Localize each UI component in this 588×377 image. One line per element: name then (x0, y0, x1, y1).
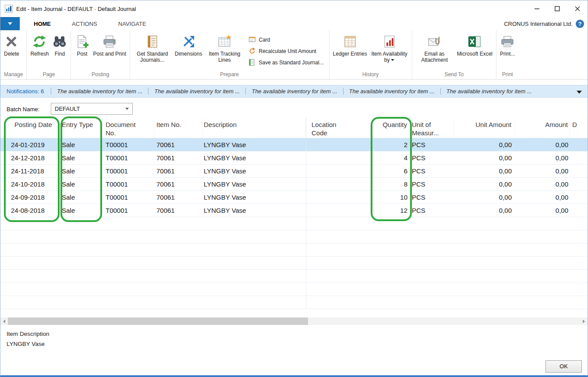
card-button[interactable]: Card (248, 36, 323, 43)
cell-unit-amount[interactable]: 0,00 (454, 138, 515, 151)
cell-unit-of-measure[interactable]: PCS (410, 204, 454, 217)
delete-button[interactable]: Delete (2, 33, 21, 58)
cell-posting-date[interactable]: 24-10-2018 (0, 178, 59, 190)
cell-document-no[interactable]: T00001 (102, 152, 155, 164)
cell-description[interactable]: LYNGBY Vase (203, 152, 306, 164)
cell-quantity[interactable]: 4 (371, 152, 410, 164)
cell-location-code[interactable] (306, 138, 371, 151)
maximize-button[interactable] (547, 0, 567, 17)
cell-entry-type[interactable]: Sale (59, 152, 102, 164)
refresh-button[interactable]: Refresh (28, 33, 50, 58)
cell-location-code[interactable] (306, 178, 371, 190)
close-button[interactable] (567, 0, 588, 17)
cell-document-no[interactable]: T00001 (102, 165, 155, 177)
column-header-description[interactable]: Description (203, 118, 306, 138)
horizontal-scrollbar[interactable] (0, 317, 588, 325)
cell-location-code[interactable] (306, 204, 371, 217)
batch-name-combobox[interactable]: DEFAULT (51, 103, 133, 115)
cell-unit-of-measure[interactable]: PCS (410, 178, 454, 190)
cell-d[interactable] (570, 152, 588, 164)
item-availability-by-button[interactable]: Item Availability by (369, 33, 410, 65)
cell-unit-amount[interactable]: 0,00 (454, 204, 515, 217)
cell-description[interactable]: LYNGBY Vase (203, 178, 306, 190)
notifications-expand-caret[interactable] (577, 91, 582, 94)
cell-unit-of-measure[interactable]: PCS (410, 138, 454, 151)
cell-item-no[interactable]: 70061 (155, 152, 203, 164)
cell-posting-date[interactable]: 24-01-2019 (0, 138, 59, 151)
notification-message[interactable]: The available inventory for item ... (245, 88, 343, 95)
scrollbar-thumb[interactable] (8, 317, 308, 325)
item-tracking-lines-button[interactable]: Item Tracking Lines (204, 33, 245, 65)
cell-amount[interactable]: 0,00 (515, 204, 570, 217)
cell-document-no[interactable]: T00001 (102, 178, 155, 190)
cell-unit-of-measure[interactable]: PCS (410, 165, 454, 177)
cell-location-code[interactable] (306, 165, 371, 177)
cell-item-no[interactable]: 70061 (155, 165, 203, 177)
ledger-entries-button[interactable]: Ledger Entries (331, 33, 369, 58)
save-as-standard-journal-button[interactable]: Save as Standard Journal... (248, 59, 323, 66)
cell-location-code[interactable] (306, 191, 371, 204)
help-icon[interactable]: ? (576, 20, 584, 28)
cell-quantity[interactable]: 6 (371, 165, 410, 177)
cell-description[interactable]: LYNGBY Vase (203, 204, 306, 217)
recalculate-unit-amount-button[interactable]: Recalculate Unit Amount (248, 47, 323, 55)
cell-item-no[interactable]: 70061 (155, 178, 203, 190)
post-and-print-button[interactable]: Post and Print (91, 33, 128, 58)
dimensions-button[interactable]: Dimensions (173, 33, 204, 58)
cell-document-no[interactable]: T00001 (102, 191, 155, 204)
column-header-amount[interactable]: Amount (515, 118, 570, 138)
cell-amount[interactable]: 0,00 (515, 138, 570, 151)
table-row[interactable]: 24-01-2019 Sale T00001 70061 LYNGBY Vase… (0, 138, 588, 152)
cell-posting-date[interactable]: 24-11-2018 (0, 165, 59, 177)
cell-document-no[interactable]: T00001 (102, 138, 155, 151)
cell-entry-type[interactable]: Sale (59, 204, 102, 217)
cell-entry-type[interactable]: Sale (59, 138, 102, 151)
notification-message[interactable]: The available inventory for item ... (51, 88, 148, 95)
cell-d[interactable] (570, 165, 588, 177)
notification-message[interactable]: The available inventory for item ... (148, 88, 245, 95)
email-as-attachment-button[interactable]: Email as Attachment (414, 33, 455, 65)
cell-unit-amount[interactable]: 0,00 (454, 152, 515, 164)
cell-posting-date[interactable]: 24-12-2018 (0, 152, 59, 164)
app-menu-button[interactable] (0, 17, 20, 30)
column-header-location-code[interactable]: Location Code (306, 118, 371, 138)
cell-document-no[interactable]: T00001 (102, 204, 155, 217)
cell-entry-type[interactable]: Sale (59, 178, 102, 190)
microsoft-excel-button[interactable]: Microsoft Excel (455, 33, 494, 58)
column-header-d[interactable]: D (570, 118, 588, 138)
cell-unit-amount[interactable]: 0,00 (454, 191, 515, 204)
column-header-posting-date[interactable]: Posting Date (0, 118, 59, 138)
column-header-document-no[interactable]: Document No. (102, 118, 155, 138)
cell-posting-date[interactable]: 24-09-2018 (0, 191, 59, 204)
combobox-dropdown-button[interactable] (122, 103, 132, 114)
get-standard-journals-button[interactable]: Get Standard Journals... (132, 33, 173, 65)
scroll-right-button[interactable] (580, 317, 588, 325)
tab-navigate[interactable]: NAVIGATE (111, 17, 153, 30)
post-button[interactable]: Post (73, 33, 91, 58)
cell-description[interactable]: LYNGBY Vase (203, 165, 306, 177)
cell-quantity[interactable]: 10 (371, 191, 410, 204)
table-row[interactable]: 24-10-2018 Sale T00001 70061 LYNGBY Vase… (0, 178, 588, 191)
cell-d[interactable] (570, 178, 588, 190)
cell-amount[interactable]: 0,00 (515, 191, 570, 204)
column-header-unit-amount[interactable]: Unit Amount (454, 118, 515, 138)
column-header-quantity[interactable]: Quantity (371, 118, 410, 138)
cell-unit-amount[interactable]: 0,00 (454, 165, 515, 177)
table-row[interactable]: 24-12-2018 Sale T00001 70061 LYNGBY Vase… (0, 152, 588, 165)
cell-quantity[interactable]: 8 (371, 178, 410, 190)
cell-amount[interactable]: 0,00 (515, 178, 570, 190)
tab-home[interactable]: HOME (27, 17, 58, 30)
cell-d[interactable] (570, 138, 588, 151)
cell-unit-of-measure[interactable]: PCS (410, 152, 454, 164)
table-row[interactable]: 24-11-2018 Sale T00001 70061 LYNGBY Vase… (0, 165, 588, 178)
cell-item-no[interactable]: 70061 (155, 138, 203, 151)
cell-unit-amount[interactable]: 0,00 (454, 178, 515, 190)
notifications-link[interactable]: Notifications: 6 (7, 88, 44, 95)
table-row[interactable]: 24-09-2018 Sale T00001 70061 LYNGBY Vase… (0, 191, 588, 204)
find-button[interactable]: Find (50, 33, 69, 58)
minimize-button[interactable] (527, 0, 547, 17)
scroll-left-button[interactable] (0, 317, 8, 325)
cell-entry-type[interactable]: Sale (59, 165, 102, 177)
cell-entry-type[interactable]: Sale (59, 191, 102, 204)
cell-description[interactable]: LYNGBY Vase (203, 138, 306, 151)
